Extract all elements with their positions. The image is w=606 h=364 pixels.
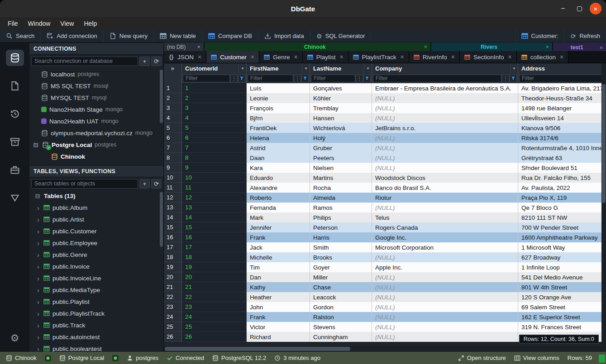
cell-address[interactable]: Grétrystraat 63 [518,153,606,163]
cell-lastname[interactable]: Gonçalves [310,83,372,93]
cell-address[interactable]: 627 Broadway [518,252,606,262]
cell-address[interactable]: 1498 rue Bélanger [518,103,606,113]
cell-customerid[interactable]: 22 [182,292,247,302]
cell-company[interactable]: Microsoft Corporation [372,242,518,252]
cell-company[interactable]: (NULL) [372,332,518,342]
cell-customerid[interactable]: 9 [182,163,247,173]
plugins-widget-button[interactable] [6,162,24,178]
row-number[interactable]: 13 [164,203,182,213]
cell-customerid[interactable]: 16 [182,232,247,242]
close-icon[interactable]: × [197,43,200,50]
cell-company[interactable]: Embraer - Empresa Brasileira de Aeronáut… [372,83,518,93]
table-item[interactable]: ›public.Artist [29,213,163,225]
tab-close-icon[interactable]: × [401,53,404,61]
cell-company[interactable]: (NULL) [372,292,518,302]
cell-firstname[interactable]: Dan [247,272,310,282]
tab-customer[interactable]: Customer× [206,51,259,63]
filter-menu-button[interactable]: ⋮ [230,75,238,82]
cell-firstname[interactable]: Roberto [247,193,310,203]
cell-company[interactable]: (NULL) [372,302,518,312]
connections-search-input[interactable] [31,57,138,66]
cell-lastname[interactable]: Gruber [310,143,372,153]
cell-lastname[interactable]: Peterson [310,222,372,232]
cell-company[interactable]: Apple Inc. [372,262,518,272]
row-number[interactable]: 5 [164,123,182,133]
cell-firstname[interactable]: John [247,302,310,312]
menu-window[interactable]: Window [23,17,56,30]
cell-address[interactable]: 120 S Orange Ave [518,292,606,302]
close-icon[interactable]: × [545,43,549,50]
close-icon[interactable]: × [599,44,603,51]
cell-company[interactable]: Banco do Brasil S.A. [372,183,518,193]
filter-funnel-button[interactable] [510,75,517,82]
cell-firstname[interactable]: Heather [247,292,310,302]
cell-customerid[interactable]: 14 [182,213,247,222]
cell-customerid[interactable]: 23 [182,302,247,312]
cell-data-widget-button[interactable] [6,190,24,206]
cell-customerid[interactable]: 8 [182,153,247,163]
cell-firstname[interactable]: Kathy [247,282,310,292]
cell-lastname[interactable]: Philips [310,213,372,222]
cell-lastname[interactable]: Holý [310,133,372,143]
row-number[interactable]: 11 [164,183,182,193]
table-item[interactable]: ›public.Customer [29,225,163,237]
cell-lastname[interactable]: Martins [310,173,372,183]
filter-input[interactable] [519,75,606,82]
cell-company[interactable]: (NULL) [372,133,518,143]
connection-item[interactable]: Nano2Health UATmongo [29,115,163,127]
grid-corner-expand[interactable]: » [164,63,182,73]
left-scrollbar-thumb[interactable] [160,70,163,123]
cell-lastname[interactable]: Brooks [310,252,372,262]
cell-address[interactable]: Praça Pio X, 119 [518,193,606,203]
column-dropdown-icon[interactable]: ▾ [364,63,372,73]
cell-lastname[interactable]: Wichterlová [310,123,372,133]
cell-firstname[interactable]: Helena [247,133,310,143]
cell-address[interactable]: Sřnder Boulevard 51 [518,163,606,173]
row-number[interactable]: 15 [164,222,182,232]
files-widget-button[interactable] [6,78,24,94]
close-button[interactable]: × [590,3,601,14]
row-number[interactable]: 4 [164,113,182,123]
cell-firstname[interactable]: Frank [247,232,310,242]
table-item[interactable]: ›public.Employee [29,237,163,249]
tab-close-icon[interactable]: × [198,53,201,61]
tab-collection[interactable]: collection× [517,51,568,63]
cell-lastname[interactable]: Gordon [310,302,372,312]
db-group-tab-test1[interactable]: test1× [553,43,606,51]
cell-address[interactable]: 1 Infinite Loop [518,262,606,272]
cell-address[interactable]: Ullevĺlsveien 14 [518,113,606,123]
row-number[interactable]: 17 [164,242,182,252]
row-number[interactable]: 3 [164,103,182,113]
cell-company[interactable]: (NULL) [372,282,518,292]
cell-company[interactable]: (NULL) [372,113,518,123]
minimize-button[interactable]: − [557,3,569,14]
row-number[interactable]: 21 [164,282,182,292]
cell-company[interactable]: (NULL) [372,93,518,103]
menu-help[interactable]: Help [79,17,102,30]
cell-lastname[interactable]: Köhler [310,93,372,103]
horizontal-scrollbar[interactable] [164,346,606,352]
cell-company[interactable]: (NULL) [372,252,518,262]
cell-address[interactable]: Rua Dr. Falcão Filho, 155 [518,173,606,183]
tab-json[interactable]: {}JSON× [164,51,206,63]
filter-menu-button[interactable]: ⋮ [294,75,301,82]
cell-lastname[interactable]: Almeida [310,193,372,203]
cell-company[interactable]: (NULL) [372,312,518,322]
cell-lastname[interactable]: Peeters [310,153,372,163]
cell-customerid[interactable]: 6 [182,133,247,143]
connection-item[interactable]: Nano2Health Stagemongo [29,104,163,115]
table-item[interactable]: ›public.Track [29,319,163,331]
cell-customerid[interactable]: 4 [182,113,247,123]
cell-company[interactable]: Google Inc. [372,232,518,242]
cell-firstname[interactable]: Bjřrn [247,113,310,123]
cell-company[interactable]: Telus [372,213,518,222]
row-number[interactable]: 6 [164,133,182,143]
new-query-button[interactable]: New query [104,30,154,42]
tab-genre[interactable]: Genre× [259,51,303,63]
cell-firstname[interactable]: Eduardo [247,173,310,183]
menu-file[interactable]: File [3,17,23,30]
cell-company[interactable]: (NULL) [372,272,518,282]
cell-customerid[interactable]: 12 [182,193,247,203]
filter-input[interactable] [183,75,230,82]
cell-company[interactable]: (NULL) [372,153,518,163]
